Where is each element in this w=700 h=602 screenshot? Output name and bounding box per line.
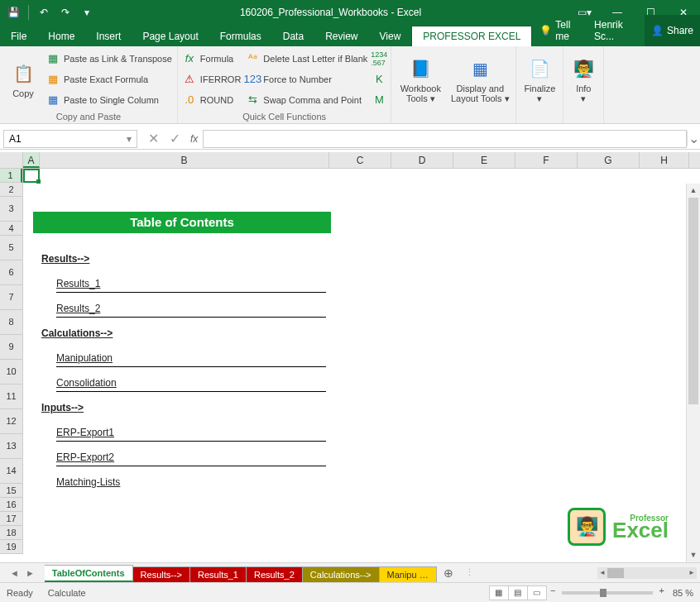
chevron-down-icon[interactable]: ▾ [127,133,132,145]
paste-exact-formula-button[interactable]: ▦Paste Exact Formula [46,70,172,88]
row-header-3[interactable]: 3 [0,197,22,222]
link-manipulation[interactable]: Manipulation [56,352,326,367]
col-header-b[interactable]: B [40,152,329,168]
tab-professor-excel[interactable]: PROFESSOR EXCEL [411,26,532,46]
finalize-button[interactable]: 📄 Finalize▾ [521,50,558,109]
row-header-1[interactable]: 1 [0,169,22,183]
qat-more-icon[interactable]: ▾ [80,6,93,19]
link-results-1[interactable]: Results_1 [56,278,326,293]
row-header-17[interactable]: 17 [0,512,22,526]
col-header-f[interactable]: F [515,152,578,168]
row-header-13[interactable]: 13 [0,434,22,459]
row-header-15[interactable]: 15 [0,484,22,498]
formula-input[interactable] [203,130,687,148]
tab-file[interactable]: File [0,26,37,46]
scroll-thumb[interactable] [688,198,698,404]
copy-button[interactable]: 📋 Copy [5,50,41,109]
tab-home[interactable]: Home [37,26,85,46]
display-layout-tools-button[interactable]: ▦ Display and Layout Tools ▾ [449,50,511,109]
enter-formula-icon[interactable]: ✓ [167,131,182,146]
normal-view-icon[interactable]: ▦ [489,585,509,600]
vertical-scrollbar[interactable]: ▲ ▼ [686,184,700,562]
force-to-number-button[interactable]: 123Force to Number [246,70,367,88]
sheet-nav-prev-icon[interactable]: ◄ [10,568,19,578]
row-header-16[interactable]: 16 [0,498,22,512]
link-matching-lists[interactable]: Matching-Lists [56,476,326,490]
zoom-slider[interactable] [562,591,653,595]
row-header-5[interactable]: 5 [0,236,22,260]
swap-comma-point-button[interactable]: ⇆Swap Comma and Point [246,91,367,108]
col-header-c[interactable]: C [329,152,391,168]
row-header-9[interactable]: 9 [0,335,22,360]
number-format-button[interactable]: 1234.567 [372,50,386,67]
horizontal-scrollbar[interactable]: ◄ ► [597,567,697,579]
name-box[interactable]: A1▾ [3,130,137,148]
sheet-tab-results-2[interactable]: Results_2 [247,566,303,582]
cells-area[interactable]: Table of Contents Results--> Results_1 R… [23,169,700,554]
m-format-button[interactable]: M [372,91,386,108]
row-header-19[interactable]: 19 [0,540,22,554]
link-results-2[interactable]: Results_2 [56,303,326,318]
tab-review[interactable]: Review [314,26,368,46]
fx-icon[interactable]: fx [190,133,198,145]
scroll-right-icon[interactable]: ► [688,569,695,576]
scroll-left-icon[interactable]: ◄ [599,569,606,576]
user-account[interactable]: Henrik Sc... [587,15,645,46]
tab-formulas[interactable]: Formulas [209,26,272,46]
link-erp-export1[interactable]: ERP-Export1 [56,427,326,442]
row-header-10[interactable]: 10 [0,360,22,385]
sheet-tab-results-1[interactable]: Results_1 [190,566,247,582]
tab-data[interactable]: Data [272,26,314,46]
formula-button[interactable]: fxFormula [183,50,242,67]
page-break-view-icon[interactable]: ▭ [527,585,547,600]
sheet-nav-next-icon[interactable]: ► [26,568,35,578]
save-icon[interactable]: 💾 [7,6,20,19]
paste-single-column-button[interactable]: ▦Paste to Single Column [46,91,172,108]
col-header-h[interactable]: H [640,152,689,168]
row-header-7[interactable]: 7 [0,285,22,310]
row-header-2[interactable]: 2 [0,183,22,197]
paste-link-transpose-button[interactable]: ▦Paste as Link & Transpose [46,50,172,67]
scroll-down-icon[interactable]: ▼ [687,548,700,562]
tab-page-layout[interactable]: Page Layout [132,26,209,46]
select-all-corner[interactable] [0,152,23,168]
col-header-e[interactable]: E [453,152,515,168]
cancel-formula-icon[interactable]: ✕ [146,131,161,146]
column-headers: A B C D E F G H [0,152,700,169]
row-header-8[interactable]: 8 [0,310,22,335]
k-format-button[interactable]: K [372,70,386,88]
sheet-tab-results[interactable]: Results--> [133,566,190,582]
sheet-tab-calculations[interactable]: Calculations--> [303,566,380,582]
share-button[interactable]: 👤Share [645,15,700,46]
sheet-tab-manipulation[interactable]: Manipu … [380,566,437,582]
zoom-percent[interactable]: 85 % [673,588,693,598]
round-button[interactable]: .0ROUND [183,91,242,108]
workbook-tools-button[interactable]: 📘 Workbook Tools ▾ [396,50,444,109]
redo-icon[interactable]: ↷ [59,6,72,19]
col-header-a[interactable]: A [23,152,40,168]
expand-formula-bar-icon[interactable]: ⌄ [687,131,700,146]
scroll-up-icon[interactable]: ▲ [687,184,700,198]
row-header-18[interactable]: 18 [0,526,22,540]
tab-insert[interactable]: Insert [85,26,132,46]
link-consolidation[interactable]: Consolidation [56,377,326,392]
col-header-d[interactable]: D [391,152,453,168]
new-sheet-button[interactable]: ⊕ [437,566,460,580]
hscroll-thumb[interactable] [607,568,624,578]
page-layout-view-icon[interactable]: ▤ [508,585,528,600]
zoom-thumb[interactable] [600,589,607,597]
iferror-button[interactable]: ⚠IFERROR [183,70,242,88]
tab-view[interactable]: View [369,26,412,46]
sheet-tab-toc[interactable]: TableOfContents [45,565,133,582]
row-header-11[interactable]: 11 [0,385,22,409]
row-header-14[interactable]: 14 [0,459,22,484]
row-header-12[interactable]: 12 [0,409,22,434]
tell-me-button[interactable]: 💡Tell me [532,15,587,46]
col-header-g[interactable]: G [578,152,640,168]
delete-last-letter-button[interactable]: ᴬᵃDelete Last Letter if Blank [246,50,367,67]
info-button[interactable]: 👨‍🏫 Info▾ [568,50,598,109]
row-header-4[interactable]: 4 [0,222,22,236]
undo-icon[interactable]: ↶ [37,6,50,19]
link-erp-export2[interactable]: ERP-Export2 [56,452,326,466]
row-header-6[interactable]: 6 [0,260,22,285]
